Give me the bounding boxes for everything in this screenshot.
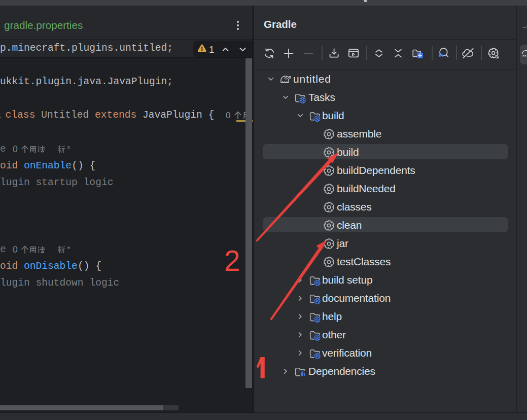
svg-text:2: 2 <box>224 244 240 277</box>
